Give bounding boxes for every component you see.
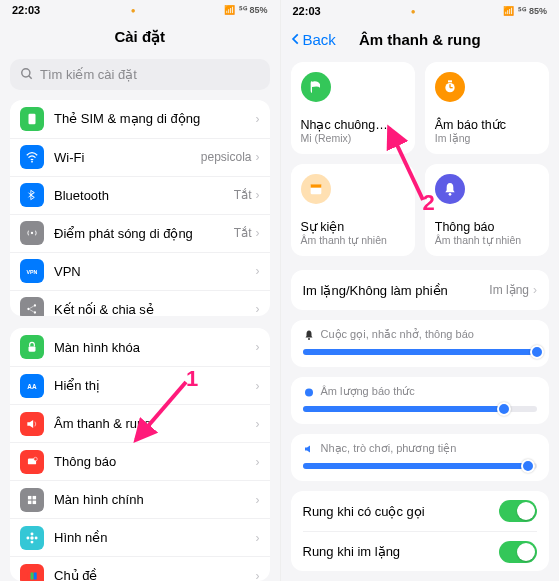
settings-root: 22:03● 📶 ⁵ᴳ 85% Cài đặt Tìm kiếm cài đặt… <box>0 0 280 581</box>
hotspot-icon <box>20 221 44 245</box>
svg-point-8 <box>34 311 36 313</box>
settings-row-share[interactable]: Kết nối & chia sẻ › <box>10 290 270 317</box>
back-button[interactable]: Back <box>289 31 336 48</box>
search-input[interactable]: Tìm kiếm cài đặt <box>10 59 270 89</box>
svg-text:VPN: VPN <box>27 269 38 275</box>
lock-icon <box>20 335 44 359</box>
row-label: Màn hình chính <box>54 492 256 507</box>
slider-label: Cuộc gọi, nhắc nhở, thông báo <box>303 328 538 341</box>
svg-rect-25 <box>31 572 34 579</box>
chevron-right-icon: › <box>256 569 260 581</box>
flower-icon <box>20 526 44 550</box>
toggle[interactable] <box>499 500 537 522</box>
chevron-right-icon: › <box>533 283 537 297</box>
chevron-right-icon: › <box>256 455 260 469</box>
tile-icon <box>435 174 465 204</box>
chevron-right-icon: › <box>256 264 260 278</box>
tile-2[interactable]: Sự kiện Âm thanh tự nhiên <box>291 164 415 256</box>
page-title: Cài đặt <box>114 28 165 46</box>
tile-3[interactable]: Thông báo Âm thanh tự nhiên <box>425 164 549 256</box>
settings-row-home[interactable]: Màn hình chính › <box>10 480 270 518</box>
search-icon <box>20 67 34 81</box>
svg-rect-18 <box>33 500 37 504</box>
silent-row[interactable]: Im lặng/Không làm phiền Im lặng › <box>291 270 550 310</box>
settings-row-bt[interactable]: Bluetooth Tắt › <box>10 176 270 214</box>
chevron-right-icon: › <box>256 112 260 126</box>
vibrate-group: Rung khi có cuộc gọi Rung khi im lặng <box>291 491 550 571</box>
settings-row-sound[interactable]: Âm thanh & rung › <box>10 404 270 442</box>
wifi-icon <box>20 145 44 169</box>
tile-icon <box>435 72 465 102</box>
settings-row-flower[interactable]: Hình nền › <box>10 518 270 556</box>
tile-label: Nhạc chuông… <box>301 117 405 132</box>
settings-row-sim[interactable]: Thẻ SIM & mạng di động › <box>10 100 270 138</box>
group-display: Màn hình khóa ›AA Hiển thị › Âm thanh & … <box>10 328 270 581</box>
switch-row-0: Rung khi có cuộc gọi <box>303 491 538 531</box>
sound-settings: 22:03● 📶 ⁵ᴳ 85% Back Âm thanh & rung Nhạ… <box>280 0 560 581</box>
chevron-right-icon: › <box>256 150 260 164</box>
row-label: Thông báo <box>54 454 256 469</box>
slider[interactable] <box>303 349 538 355</box>
svg-point-23 <box>35 536 38 539</box>
svg-point-14 <box>34 457 38 461</box>
settings-row-vpn[interactable]: VPN VPN › <box>10 252 270 290</box>
svg-rect-17 <box>28 500 32 504</box>
row-label: Hiển thị <box>54 378 256 393</box>
home-icon <box>20 488 44 512</box>
volume-slider-0: Cuộc gọi, nhắc nhở, thông báo <box>291 320 550 367</box>
svg-point-7 <box>34 304 36 306</box>
settings-row-notif[interactable]: Thông báo › <box>10 442 270 480</box>
row-label: VPN <box>54 264 256 279</box>
settings-row-lock[interactable]: Màn hình khóa › <box>10 328 270 366</box>
svg-rect-11 <box>29 347 36 352</box>
tile-0[interactable]: Nhạc chuông… Mi (Remix) <box>291 62 415 154</box>
row-label: Màn hình khóa <box>54 340 256 355</box>
svg-point-3 <box>31 161 33 163</box>
chevron-right-icon: › <box>256 493 260 507</box>
tile-icon <box>301 72 331 102</box>
toggle[interactable] <box>499 541 537 563</box>
slider-label: Âm lượng báo thức <box>303 385 538 398</box>
slider[interactable] <box>303 406 538 412</box>
volume-slider-1: Âm lượng báo thức <box>291 377 550 424</box>
switch-label: Rung khi có cuộc gọi <box>303 504 500 519</box>
chevron-right-icon: › <box>256 531 260 545</box>
row-label: Wi-Fi <box>54 150 201 165</box>
settings-row-wifi[interactable]: Wi-Fi pepsicola › <box>10 138 270 176</box>
chevron-right-icon: › <box>256 226 260 240</box>
settings-row-hotspot[interactable]: Điểm phát sóng di động Tắt › <box>10 214 270 252</box>
share-icon <box>20 297 44 316</box>
row-label: Điểm phát sóng di động <box>54 226 234 241</box>
row-value: Tắt <box>234 226 252 240</box>
svg-rect-2 <box>29 113 36 124</box>
settings-row-aa[interactable]: AA Hiển thị › <box>10 366 270 404</box>
notif-icon <box>20 450 44 474</box>
tile-1[interactable]: Âm báo thức Im lặng <box>425 62 549 154</box>
silent-value: Im lặng <box>489 283 529 297</box>
silent-label: Im lặng/Không làm phiền <box>303 283 490 298</box>
status-icons: 📶 ⁵ᴳ 85% <box>503 6 547 16</box>
tile-label: Thông báo <box>435 220 539 234</box>
svg-point-35 <box>308 338 310 340</box>
search-placeholder: Tìm kiếm cài đặt <box>40 67 137 82</box>
time: 22:03 <box>293 5 321 17</box>
sim-icon <box>20 107 44 131</box>
aa-icon: AA <box>20 374 44 398</box>
row-label: Hình nền <box>54 530 256 545</box>
tile-sub: Mi (Remix) <box>301 132 405 144</box>
row-value: pepsicola <box>201 150 252 164</box>
header: Back Âm thanh & rung <box>281 22 560 56</box>
time: 22:03 <box>12 4 40 16</box>
settings-row-theme[interactable]: Chủ đề › <box>10 556 270 581</box>
chevron-right-icon: › <box>256 379 260 393</box>
svg-text:AA: AA <box>27 383 37 390</box>
status-icons: 📶 ⁵ᴳ 85% <box>224 5 268 15</box>
slider[interactable] <box>303 463 538 469</box>
svg-line-10 <box>30 310 34 312</box>
svg-point-6 <box>27 308 29 310</box>
svg-rect-16 <box>33 496 37 500</box>
svg-point-34 <box>448 193 451 196</box>
chevron-right-icon: › <box>256 188 260 202</box>
row-label: Thẻ SIM & mạng di động <box>54 111 256 126</box>
switch-row-1: Rung khi im lặng <box>303 531 538 571</box>
